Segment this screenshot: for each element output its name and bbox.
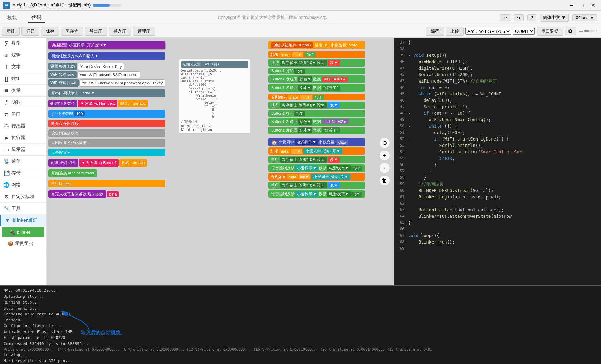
block-execute-off[interactable]: 执行 数字输出 管脚# 0▼ 设为 低▼ bbox=[268, 102, 365, 109]
console-line-writing: Writing at 0x00000000... (4 %)Writing at… bbox=[4, 347, 433, 352]
sidebar-label-function: 函数 bbox=[11, 99, 21, 105]
block-data-on[interactable]: 如果 data ==▼ 小爱同学 指令: 开▼ bbox=[268, 147, 365, 155]
block-init-wifi[interactable]: 初始化连接方式WiFi接入▼ bbox=[48, 52, 165, 60]
zoom-fit-button[interactable]: ⊙ bbox=[379, 137, 390, 148]
block-custom-state[interactable]: 自定义状态返回函数 返回参数 bbox=[48, 190, 106, 198]
block-btn1-send-color2[interactable]: Button1 发送回 颜色▼ 数据 ## 9ACD32 » bbox=[268, 118, 365, 126]
sidebar-item-function[interactable]: ƒ 函数 bbox=[0, 97, 46, 108]
sidebar-item-serial[interactable]: ⇄ 串口 bbox=[0, 108, 46, 120]
upload-button[interactable]: 上传 bbox=[446, 27, 464, 36]
block-rename[interactable]: 昵名: num-abc bbox=[118, 100, 148, 107]
block-exec-high[interactable]: 执行 数字输出 管脚# 0▼ 设为 高▼ bbox=[268, 156, 365, 163]
sidebar-example-sub[interactable]: 📦 示例组合 bbox=[0, 238, 46, 249]
sidebar-item-logic[interactable]: ⊕ 逻辑 bbox=[0, 49, 46, 61]
redo-button[interactable]: ↪ bbox=[514, 14, 524, 21]
block-conn-status[interactable]: 设备间连接状态 bbox=[48, 129, 165, 137]
sidebar-item-custom[interactable]: ⚙ 自定义模块 bbox=[0, 191, 46, 203]
block-btn1-send-color[interactable]: Button1 发送回 颜色▼ 数据 ## FF4040 » bbox=[268, 75, 365, 83]
block-device-config[interactable]: 设备配置 ▸ bbox=[48, 149, 165, 156]
compile-button[interactable]: 编程 bbox=[426, 27, 444, 36]
block-disconnect[interactable]: 断开设备间连接 bbox=[48, 120, 165, 127]
save-as-button[interactable]: 另存为 bbox=[61, 27, 83, 36]
block-wifi-pswd[interactable]: WiFi密码 pswd bbox=[48, 79, 79, 87]
editor-select[interactable]: XCode ▼ bbox=[572, 14, 597, 21]
block-return-init[interactable]: 返回设备初始化状态 bbox=[48, 139, 165, 147]
code-line-45: 45 - while (WiFi.status() != WL_CONNE bbox=[394, 91, 601, 97]
titlebar-controls[interactable]: ─ □ ✕ bbox=[567, 2, 598, 9]
tab-blocks[interactable]: 模块 bbox=[4, 13, 21, 23]
block-auth-value[interactable]: Your Device Secret Key bbox=[78, 63, 124, 70]
block-wifi-ssid[interactable]: WiFi名称 ssid bbox=[48, 71, 77, 78]
block-if-state[interactable]: 如果 state ==▼ "on" bbox=[268, 51, 365, 58]
block-run-blinker[interactable]: 执行Blinker bbox=[48, 180, 165, 187]
sidebar-item-variable[interactable]: ≡ 变量 bbox=[0, 85, 46, 97]
block-btn1-print-off[interactable]: Button1 打印 "off" bbox=[268, 110, 365, 117]
export-lib-button[interactable]: 导出库 bbox=[85, 27, 107, 36]
block-ssid-value[interactable]: Your WiFi network SSID or name bbox=[77, 71, 140, 78]
block-btn1-send-text[interactable]: Button1 发送回 文本▼ 数据 "灯开了" bbox=[268, 84, 365, 92]
sidebar-item-array[interactable]: [] 数组 bbox=[0, 73, 46, 85]
sidebar-item-text[interactable]: T 文本 bbox=[0, 61, 46, 73]
sidebar-blinker-sub[interactable]: 🔌 blinker bbox=[2, 227, 44, 237]
sidebar-item-comm[interactable]: 📡 通信 bbox=[0, 156, 46, 167]
block-conn-manage[interactable]: 🔗 连接管理 100 bbox=[48, 110, 165, 118]
block-data-param[interactable]: data bbox=[107, 191, 119, 197]
port-select[interactable]: COM1 COM2 bbox=[513, 28, 535, 35]
console-line: MAC: 60:01:94:18:2e:c5 bbox=[4, 288, 597, 294]
block-btn1-send-text2[interactable]: Button1 发送回 文本▼ 数据 "灯关了" bbox=[268, 127, 365, 134]
close-button[interactable]: ✕ bbox=[588, 2, 598, 9]
zoom-in-button[interactable]: + bbox=[379, 150, 390, 161]
code-content[interactable]: 37 } 38 39 - void setup(){ 40 pinMode(0,… bbox=[394, 38, 601, 285]
zoom-out-button[interactable]: - bbox=[379, 162, 390, 173]
block-obj-button1[interactable]: ▼ 对对象为 Button1 bbox=[79, 159, 119, 167]
code-line-55: 55 break; bbox=[394, 155, 601, 162]
block-serial-debug[interactable]: 开串口调试输出 Serial ▼ bbox=[48, 89, 165, 97]
code-line-69: 69 bbox=[394, 245, 601, 252]
sidebar-item-math[interactable]: ∑ 数学 bbox=[0, 38, 46, 49]
new-button[interactable]: 新建 bbox=[2, 27, 20, 36]
block-execute-then[interactable]: 执行 数字输出 管脚# 0▼ 设为 高▼ bbox=[268, 59, 365, 67]
block-xiaomi-header[interactable]: 🏠 小爱同学 电源操作▼ 参数变量: data bbox=[268, 138, 365, 146]
block-pswd-value[interactable]: Your WiFi network WPA password or WEP ke… bbox=[79, 79, 166, 87]
block-exec-low[interactable]: 执行 数字输出 管脚# 0▼ 设为 低▼ bbox=[268, 182, 365, 189]
sidebar-item-tools[interactable]: 🔧 工具 bbox=[0, 203, 46, 215]
block-voice-on[interactable]: 语音控制反馈 小爱同学▼ 反馈 电源状态▼ "on" bbox=[268, 164, 365, 172]
import-lib-button[interactable]: 导入库 bbox=[109, 27, 131, 36]
block-canvas: 功能配置小夏同学开关控制▼ 初始化连接方式WiFi接入▼ 设置密钥 auth Y… bbox=[47, 38, 394, 285]
minimize-button[interactable]: ─ bbox=[567, 2, 577, 9]
block-data-off[interactable]: 否则如果 data ==▼ 小爱同学 指令: 关▼ bbox=[268, 173, 365, 181]
sidebar-item-actuator[interactable]: ▶ 执行器 bbox=[0, 132, 46, 144]
board-select[interactable]: Arduino ESP8266 Arduino UNO bbox=[465, 28, 511, 35]
block-create-btn[interactable]: 创建 按键 组件 bbox=[48, 159, 78, 167]
block-to-object[interactable]: ▼ 对象为: Number1 bbox=[78, 100, 117, 107]
block-btn1-print-on[interactable]: Button1 打印 "on" bbox=[268, 68, 365, 74]
block-wifi-config[interactable]: 功能配置小夏同学开关控制▼ bbox=[48, 41, 165, 49]
block-else-state[interactable]: 否则如果 state ==▼ "off" bbox=[268, 94, 365, 100]
block-voice-off[interactable]: 语音控制反馈 小爱同学▼ 反馈 电源状态▼ "off" bbox=[268, 190, 365, 198]
maximize-button[interactable]: □ bbox=[577, 2, 587, 9]
sidebar-item-sensor[interactable]: ◎ 传感器 bbox=[0, 120, 46, 132]
tab-code[interactable]: 代码 bbox=[28, 13, 45, 23]
sidebar-item-storage[interactable]: 💾 存储 bbox=[0, 167, 46, 179]
block-start-conn[interactable]: 开始连接 auth ssid pswd bbox=[48, 169, 97, 177]
settings-button[interactable]: ⚙ bbox=[565, 27, 576, 35]
logic-icon: ⊕ bbox=[4, 52, 9, 58]
manage-lib-button[interactable]: 管理库 bbox=[133, 27, 155, 36]
delete-button[interactable]: 🗑 bbox=[379, 175, 390, 186]
sidebar-item-network[interactable]: 🌐 网络 bbox=[0, 179, 46, 191]
code-line-64: 64 BlinkerMIOT.attachPowerState(miotPow bbox=[394, 213, 601, 220]
block-btn-name[interactable]: 昵名: btn-abc bbox=[119, 159, 147, 167]
lang-select[interactable]: 简体中文 ▼ bbox=[540, 14, 569, 22]
sidebar-item-display[interactable]: ▭ 显示器 bbox=[0, 144, 46, 156]
serial-monitor-button[interactable]: 串口监视 bbox=[537, 27, 563, 36]
titlebar-left: M Mixly 1.1.3(D:\Arduino\点灯一键配网.mix) bbox=[3, 2, 121, 9]
save-button[interactable]: 保存 bbox=[41, 27, 59, 36]
sidebar-blinker-header[interactable]: ▼ blinker点灯 bbox=[0, 215, 46, 226]
block-button1-header[interactable]: 创建接钮组件 Button1 键名: k1 参数变量: state bbox=[268, 41, 365, 49]
block-set-auth[interactable]: 设置密钥 auth bbox=[48, 63, 77, 70]
blocks-area[interactable]: 功能配置小夏同学开关控制▼ 初始化连接方式WiFi接入▼ 设置密钥 auth Y… bbox=[47, 38, 394, 285]
undo-button[interactable]: ↩ bbox=[500, 14, 510, 21]
open-button[interactable]: 打开 bbox=[21, 27, 39, 36]
block-create-print[interactable]: 创建打印 数值 bbox=[48, 100, 77, 107]
help-button[interactable]: ? bbox=[527, 14, 536, 21]
